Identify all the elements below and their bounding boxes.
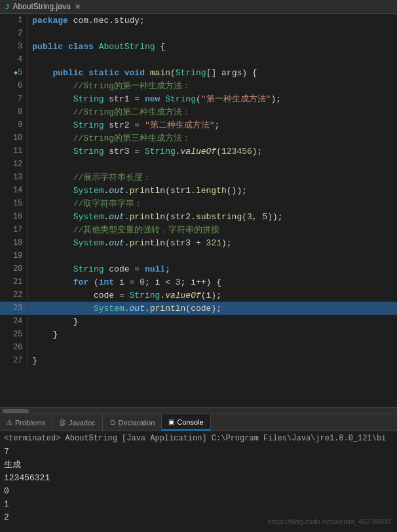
console-area: <terminated> AboutString [Java Applicati… [0, 431, 397, 532]
title-bar: J AboutString.java ✕ [0, 0, 397, 14]
file-icon: J [5, 3, 9, 10]
line-number: 23 [0, 302, 28, 315]
line-code [28, 341, 397, 354]
console-label: Console [177, 418, 203, 426]
declaration-icon: 🗋 [109, 419, 116, 426]
line-number: 13 [0, 171, 28, 184]
declaration-label: Declaration [119, 419, 155, 427]
line-number: 7 [0, 92, 28, 105]
line-code: code = String.valueOf(i); [28, 289, 397, 302]
close-button[interactable]: ✕ [75, 3, 81, 11]
code-line-3: 3public class AboutString { [0, 40, 397, 53]
line-number: ◆5 [0, 66, 28, 79]
console-line: 生成 [4, 459, 393, 472]
line-code [28, 27, 397, 40]
line-code: String str1 = new String("第一种生成方法"); [28, 92, 397, 105]
line-code: //String的第二种生成方法： [28, 105, 397, 118]
code-line-9: 9 String str2 = "第二种生成方法"; [0, 118, 397, 132]
line-number: 14 [0, 184, 28, 197]
code-line-27: 27} [0, 354, 397, 367]
code-line-16: 16 System.out.println(str2.substring(3, … [0, 210, 397, 223]
line-code [28, 249, 397, 262]
code-line-11: 11 String str3 = String.valueOf(123456); [0, 145, 397, 158]
line-code: //展示字符串长度： [28, 171, 397, 184]
code-line-4: 4 [0, 53, 397, 66]
line-code: System.out.println(str1.length()); [28, 184, 397, 197]
console-icon: ▣ [168, 418, 174, 425]
console-output: 7生成123456321012 [4, 446, 393, 524]
line-code: String code = null; [28, 262, 397, 275]
scrollbar-thumb [3, 409, 29, 413]
line-number: 21 [0, 275, 28, 289]
code-table: 1package com.mec.study;23public class Ab… [0, 14, 397, 367]
code-line-12: 12 [0, 158, 397, 171]
code-line-21: 21 for (int i = 0; i < 3; i++) { [0, 275, 397, 289]
code-line-18: 18 System.out.println(str3 + 321); [0, 236, 397, 249]
line-code: System.out.println(str3 + 321); [28, 236, 397, 249]
line-number: 20 [0, 262, 28, 275]
code-line-5: ◆5 public static void main(String[] args… [0, 66, 397, 79]
problems-icon: ⚠ [7, 419, 12, 426]
console-line: 7 [4, 446, 393, 459]
code-line-19: 19 [0, 249, 397, 262]
tab-javadoc[interactable]: @Javadoc [52, 414, 102, 431]
line-number: 2 [0, 27, 28, 40]
code-line-8: 8 //String的第二种生成方法： [0, 105, 397, 118]
line-code: System.out.println(code); [28, 302, 397, 315]
code-line-17: 17 //其他类型变量的强转，字符串的拼接 [0, 223, 397, 236]
code-line-2: 2 [0, 27, 397, 40]
panel-tabs: ⚠Problems@Javadoc🗋Declaration▣Console [0, 414, 397, 431]
tab-declaration[interactable]: 🗋Declaration [103, 414, 162, 431]
line-code: for (int i = 0; i < 3; i++) { [28, 275, 397, 289]
line-code: } [28, 328, 397, 341]
line-number: 10 [0, 132, 28, 145]
line-number: 24 [0, 315, 28, 328]
code-line-26: 26 [0, 341, 397, 354]
line-number: 19 [0, 249, 28, 262]
bottom-panel: ⚠Problems@Javadoc🗋Declaration▣Console <t… [0, 414, 397, 532]
code-line-13: 13 //展示字符串长度： [0, 171, 397, 184]
line-code: //其他类型变量的强转，字符串的拼接 [28, 223, 397, 236]
console-line: 1 [4, 498, 393, 511]
line-code: } [28, 315, 397, 328]
line-code: public static void main(String[] args) { [28, 66, 397, 79]
line-number: 16 [0, 210, 28, 223]
tab-console[interactable]: ▣Console [162, 414, 210, 431]
line-code: package com.mec.study; [28, 14, 397, 27]
code-line-7: 7 String str1 = new String("第一种生成方法"); [0, 92, 397, 105]
line-number: 12 [0, 158, 28, 171]
code-line-24: 24 } [0, 315, 397, 328]
line-code: //String的第三种生成方法： [28, 132, 397, 145]
code-line-15: 15 //取字符串字串： [0, 197, 397, 210]
line-number: 27 [0, 354, 28, 367]
line-code [28, 158, 397, 171]
problems-label: Problems [15, 419, 45, 427]
tab-problems[interactable]: ⚠Problems [0, 414, 52, 431]
code-line-20: 20 String code = null; [0, 262, 397, 275]
console-line: 0 [4, 485, 393, 498]
title-filename: AboutString.java [13, 2, 71, 11]
line-code: System.out.println(str2.substring(3, 5))… [28, 210, 397, 223]
console-terminated-line: <terminated> AboutString [Java Applicati… [4, 434, 393, 443]
code-line-1: 1package com.mec.study; [0, 14, 397, 27]
line-number: 1 [0, 14, 28, 27]
horizontal-scrollbar[interactable] [0, 407, 397, 414]
line-number: 15 [0, 197, 28, 210]
javadoc-label: Javadoc [69, 419, 96, 427]
line-number: 9 [0, 118, 28, 132]
code-line-10: 10 //String的第三种生成方法： [0, 132, 397, 145]
code-editor: 1package com.mec.study;23public class Ab… [0, 14, 397, 407]
line-number: 3 [0, 40, 28, 53]
code-line-23: 23 System.out.println(code); [0, 302, 397, 315]
line-number: 17 [0, 223, 28, 236]
code-line-14: 14 System.out.println(str1.length()); [0, 184, 397, 197]
line-number: 6 [0, 79, 28, 92]
line-code: //取字符串字串： [28, 197, 397, 210]
line-code [28, 53, 397, 66]
line-number: 18 [0, 236, 28, 249]
line-number: 11 [0, 145, 28, 158]
console-line: 2 [4, 511, 393, 524]
code-line-25: 25 } [0, 328, 397, 341]
line-number: 8 [0, 105, 28, 118]
console-line: 123456321 [4, 472, 393, 485]
